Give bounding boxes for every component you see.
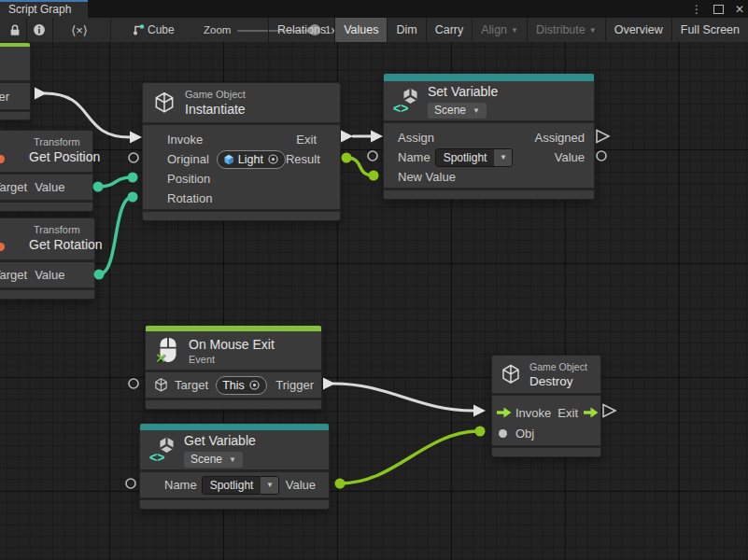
distribute-button[interactable]: Distribute▼: [527, 18, 605, 42]
invoke-port-arrow-icon[interactable]: [496, 407, 512, 418]
target-port-label: Target: [0, 180, 27, 194]
obj-port-label: Obj: [515, 427, 534, 441]
tab-script-graph[interactable]: Script Graph: [0, 0, 88, 18]
svg-text:<>: <>: [149, 450, 164, 464]
node-destroy[interactable]: Game Object Destroy Invoke Exit Obj: [491, 355, 601, 457]
values-button[interactable]: Values: [334, 18, 387, 42]
dim-button[interactable]: Dim: [387, 18, 425, 42]
tab-bar: Script Graph ⋮ ✕: [0, 0, 748, 18]
node-title: Destroy: [529, 374, 587, 388]
edit-subgraph-button[interactable]: ⟨×⟩: [60, 18, 99, 42]
toolbar-toggle-group: Relations Values Dim Carry Align▼ Distri…: [345, 18, 748, 42]
graph-canvas[interactable]: [0, 42, 748, 560]
variable-scope-dropdown[interactable]: Scene ▼: [428, 103, 487, 119]
chevron-down-icon: ▼: [589, 26, 597, 35]
port-row: Target Value: [0, 175, 92, 200]
node-get-rotation[interactable]: Transform Get Rotation Target Value: [0, 217, 95, 300]
visual-scripting-window: Script Graph ⋮ ✕ ⟨×⟩ Cube Zoom: [0, 0, 748, 560]
node-title: Get Position: [29, 149, 100, 164]
node-category: Transform: [34, 136, 100, 147]
info-icon: [33, 23, 46, 36]
trigger-port-label: Trigger: [275, 378, 314, 392]
target-port-label: Target: [0, 268, 27, 282]
graph-toolbar: ⟨×⟩ Cube Zoom 1x Relations Values Dim Ca…: [0, 18, 748, 43]
position-port-label: Position: [167, 172, 210, 186]
kebab-menu-icon[interactable]: ⋮: [691, 4, 702, 15]
variable-scope-dropdown[interactable]: Scene ▼: [184, 452, 243, 468]
svg-text:<>: <>: [393, 101, 408, 115]
value-port-label: Value: [555, 150, 585, 164]
gameobject-icon: [223, 154, 234, 165]
transform-icon: [0, 243, 5, 251]
info-button[interactable]: [28, 18, 50, 42]
maximize-icon[interactable]: [713, 5, 724, 14]
transform-icon: [0, 155, 5, 163]
lock-button[interactable]: [4, 18, 26, 42]
scene-variable-icon: <>: [149, 436, 176, 464]
node-title: Set Variable: [428, 84, 498, 99]
port-row: Invoke Exit: [492, 402, 600, 423]
window-controls: ⋮ ✕: [691, 0, 744, 18]
new-value-port-label: New Value: [398, 170, 456, 184]
exit-port-arrow-icon[interactable]: [583, 407, 599, 418]
port-row: Invoke Exit: [143, 130, 340, 149]
rotation-port-label: Rotation: [167, 191, 212, 205]
toolbar-separator: [110, 18, 111, 42]
node-get-position[interactable]: Transform Get Position Target Value: [0, 130, 93, 212]
assigned-port-label: Assigned: [535, 131, 585, 145]
target-port-label: Target: [175, 378, 208, 392]
node-title: Instantiate: [185, 102, 246, 117]
port-row: Target This Trigger: [146, 372, 321, 398]
node-title: Get Variable: [184, 433, 256, 448]
close-icon[interactable]: ✕: [735, 4, 744, 15]
object-picker-icon[interactable]: [267, 153, 279, 165]
node-partial-event[interactable]: Trigger: [0, 42, 31, 120]
node-instantiate[interactable]: Game Object Instantiate Invoke Exit Orig…: [142, 82, 341, 221]
align-button[interactable]: Align▼: [472, 18, 527, 42]
node-set-variable[interactable]: <> Set Variable Scene ▼ Assign Assigned …: [383, 73, 595, 200]
value-port-label: Value: [286, 478, 316, 492]
variable-accent-bar: [140, 424, 329, 430]
node-category: Game Object: [185, 89, 246, 100]
variable-accent-bar: [384, 74, 594, 81]
zoom-label: Zoom: [204, 18, 235, 42]
subgraph-icon: ⟨×⟩: [71, 23, 88, 37]
scene-variable-icon: <>: [393, 87, 419, 115]
chevron-down-icon: ▼: [229, 455, 236, 464]
port-row: Target Value: [0, 262, 94, 287]
node-get-variable[interactable]: <> Get Variable Scene ▼ Name Spotlight ▼…: [139, 423, 330, 510]
original-object-field[interactable]: Light: [217, 150, 286, 169]
target-object-field[interactable]: This: [216, 376, 267, 395]
carry-button[interactable]: Carry: [426, 18, 473, 42]
chevron-down-icon: ▼: [494, 149, 512, 166]
port-row: Assign Assigned: [384, 128, 594, 147]
port-row: New Value: [384, 167, 594, 187]
chevron-down-icon: ▼: [473, 106, 480, 115]
name-port-label: Name: [164, 478, 197, 492]
variable-name-dropdown[interactable]: Spotlight ▼: [202, 476, 280, 495]
port-row: Position: [143, 169, 340, 189]
node-title: Get Rotation: [29, 237, 103, 252]
mouse-event-icon: ✕: [155, 336, 180, 365]
chevron-down-icon: ▼: [261, 477, 278, 494]
variable-name-dropdown[interactable]: Spotlight ▼: [435, 148, 514, 167]
port-row: Original Light Result: [143, 149, 340, 169]
obj-port-dot-icon[interactable]: [499, 429, 507, 438]
cube-icon: [153, 377, 169, 393]
graph-name-label: Cube: [148, 18, 179, 42]
result-port-label: Result: [286, 152, 320, 166]
overview-button[interactable]: Overview: [605, 18, 671, 42]
port-row: Trigger: [0, 83, 30, 109]
fullscreen-button[interactable]: Full Screen: [671, 18, 748, 42]
port-row: Rotation: [143, 189, 340, 208]
node-on-mouse-exit[interactable]: ✕ On Mouse Exit Event Target This Trigge…: [145, 325, 322, 410]
tab-title: Script Graph: [8, 3, 71, 16]
trigger-port-label: Trigger: [0, 90, 9, 104]
object-picker-icon[interactable]: [248, 379, 261, 391]
name-port-label: Name: [398, 150, 430, 164]
toolbar-separator: [26, 18, 27, 42]
chevron-down-icon: ▼: [511, 26, 518, 35]
relations-button[interactable]: Relations: [268, 18, 334, 42]
original-port-label: Original: [167, 152, 209, 166]
object-field-value: This: [222, 379, 245, 392]
